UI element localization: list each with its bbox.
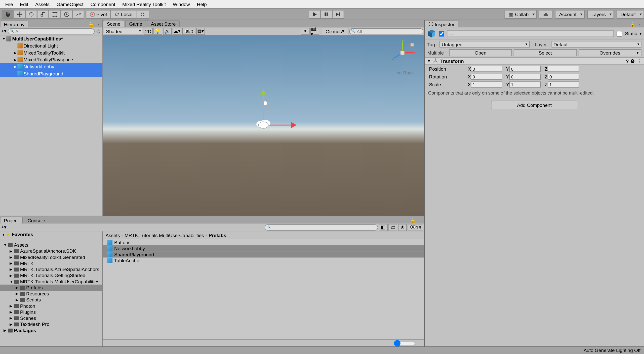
2d-toggle[interactable]: 2D (144, 28, 153, 35)
project-tree-item[interactable]: ▶MRTK.Tutorials.GettingStarted (0, 272, 102, 278)
tab-console[interactable]: Console (24, 216, 49, 224)
hierarchy-item[interactable]: ▶MixedRealityPlayspace (0, 56, 102, 63)
grid-dropdown[interactable]: ▦▾ (196, 28, 205, 35)
project-tree-item[interactable]: ▼Assets (0, 242, 102, 248)
project-tree-item[interactable]: ▶Scripts (0, 297, 102, 303)
context-menu-icon[interactable]: ⋮ (97, 37, 101, 41)
project-tree-item[interactable]: ▶Resources (0, 291, 102, 297)
lock-gizmo-icon[interactable] (410, 43, 414, 47)
menu-assets[interactable]: Assets (32, 1, 53, 8)
scene-search[interactable]: All (349, 28, 423, 34)
play-button[interactable] (309, 10, 320, 19)
tab-project[interactable]: Project (0, 216, 23, 224)
help-icon[interactable]: ? (626, 58, 629, 64)
account-dropdown[interactable]: Account (555, 10, 585, 19)
add-component-button[interactable]: Add Component (491, 101, 578, 109)
menu-component[interactable]: Component (87, 1, 119, 8)
menu-file[interactable]: File (2, 1, 16, 8)
layout-dropdown[interactable]: Default (617, 10, 644, 19)
breadcrumb-item[interactable]: Assets (105, 233, 120, 238)
create-dropdown[interactable]: +▾ (1, 28, 7, 34)
context-menu-icon[interactable]: ⋮ (637, 22, 642, 28)
tools-icon[interactable]: ✦ (301, 28, 309, 35)
scale-x[interactable] (471, 81, 502, 87)
y-axis-handle[interactable] (263, 92, 264, 122)
lock-icon[interactable]: 🔒 (410, 218, 416, 224)
layers-dropdown[interactable]: Layers (587, 10, 614, 19)
project-file-item[interactable]: SharedPlayground (103, 251, 424, 257)
hierarchy-item[interactable]: SharedPlayground› (0, 70, 102, 77)
breadcrumb-item[interactable]: Prefabs (209, 233, 226, 238)
menu-window[interactable]: Window (169, 1, 193, 8)
layer-dropdown[interactable]: Default (551, 41, 641, 48)
gameobject-active-toggle[interactable] (439, 31, 445, 36)
hierarchy-item[interactable]: Directional Light (0, 42, 102, 49)
hierarchy-search[interactable]: All (8, 28, 95, 34)
collab-dropdown[interactable]: Collab (505, 10, 537, 19)
hierarchy-scene-root[interactable]: ▼MultiUserCapabilities* ⋮ (0, 35, 102, 42)
scene-picker-icon[interactable]: ◎ (96, 28, 102, 34)
project-tree-item[interactable]: ▶MixedRealityToolkit.Generated (0, 254, 102, 260)
hierarchy-item[interactable]: ▶MixedRealityToolkit (0, 49, 102, 56)
icon-size-slider[interactable] (394, 340, 416, 347)
camera-dropdown[interactable]: 📷▾ (310, 28, 319, 35)
menu-gameobject[interactable]: GameObject (53, 1, 87, 8)
rotate-tool[interactable] (25, 10, 37, 19)
context-menu-icon[interactable]: ⋮ (418, 218, 422, 224)
step-button[interactable] (332, 10, 344, 19)
context-menu-icon[interactable]: ⋮ (637, 58, 641, 64)
breadcrumb-item[interactable]: MRTK.Tutorials.MultiUserCapabilities (125, 233, 204, 238)
position-y[interactable] (509, 66, 541, 72)
rotation-y[interactable] (509, 74, 541, 80)
menu-edit[interactable]: Edit (16, 1, 32, 8)
scale-z[interactable] (548, 81, 579, 87)
x-axis-arrow[interactable] (291, 122, 297, 128)
scene-viewport[interactable]: y x z ≪ Back (103, 35, 424, 216)
hierarchy-item[interactable]: ▶NetworkLobby› (0, 63, 102, 70)
y-axis-arrow[interactable] (260, 89, 266, 95)
hidden-objects[interactable]: 👁‍🗨0 (182, 28, 195, 35)
project-file-item[interactable]: TableAnchor (103, 257, 424, 263)
lighting-status[interactable]: Auto Generate Lighting Off (584, 348, 640, 353)
move-tool[interactable] (14, 10, 25, 19)
audio-toggle[interactable]: 🔊 (163, 28, 172, 35)
rotation-x[interactable] (471, 74, 502, 80)
context-menu-icon[interactable]: ⋮ (96, 22, 101, 28)
project-tree-item[interactable]: ▶Packages (0, 327, 102, 333)
tab-asset-store[interactable]: Asset Store (147, 20, 180, 27)
project-search[interactable] (265, 224, 378, 230)
tag-dropdown[interactable]: Untagged (439, 41, 530, 48)
menu-help[interactable]: Help (193, 1, 210, 8)
rotation-z[interactable] (548, 74, 579, 80)
favorite-search-icon[interactable]: ★ (398, 224, 407, 231)
project-file-item[interactable]: NetworkLobby (103, 245, 424, 251)
tab-hierarchy[interactable]: Hierarchy (0, 20, 28, 27)
overrides-dropdown[interactable]: Overrides▾ (578, 49, 641, 56)
search-by-type-icon[interactable]: ◧ (379, 224, 388, 231)
project-file-item[interactable]: Buttons (103, 239, 424, 245)
back-link[interactable]: ≪ Back (396, 70, 414, 76)
project-tree-item[interactable]: ▶MRTK (0, 260, 102, 266)
snap-toggle[interactable] (136, 10, 149, 19)
lock-icon[interactable]: 🔒 (630, 22, 636, 28)
favorites-header[interactable]: ▼★Favorites (0, 231, 102, 237)
preset-icon[interactable]: ⚙ (630, 58, 635, 64)
select-prefab-button[interactable]: Select (514, 49, 577, 56)
project-tree-item[interactable]: ▶MRTK.Tutorials.AzureSpatialAnchors (0, 266, 102, 272)
shading-mode-dropdown[interactable]: Shaded (104, 28, 143, 34)
gizmos-dropdown[interactable]: Gizmos ▾ (322, 27, 348, 36)
tab-game[interactable]: Game (125, 20, 146, 27)
tab-scene[interactable]: Scene (103, 20, 124, 27)
static-toggle[interactable] (617, 31, 623, 36)
search-by-label-icon[interactable]: 🏷 (388, 224, 397, 231)
project-tree-item[interactable]: ▶AzureSpatialAnchors.SDK (0, 248, 102, 254)
pause-button[interactable] (320, 10, 332, 19)
scale-tool[interactable] (37, 10, 49, 19)
rect-tool[interactable] (49, 10, 61, 19)
project-tree-item[interactable]: ▶Photon (0, 303, 102, 309)
orientation-gizmo[interactable]: y x z (389, 40, 416, 66)
pivot-toggle[interactable]: Pivot (86, 10, 111, 19)
fx-dropdown[interactable]: ☁▾ (173, 28, 181, 35)
open-prefab-button[interactable]: Open (449, 49, 512, 56)
local-toggle[interactable]: Local (111, 10, 136, 19)
